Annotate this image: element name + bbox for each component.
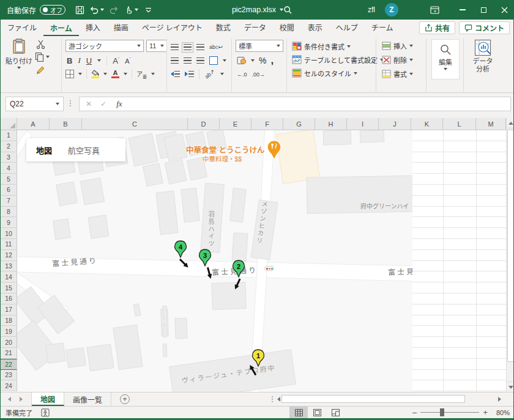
fill-color-icon[interactable] [91, 70, 99, 78]
map-marker-4[interactable]: 4 [174, 240, 187, 259]
font-color-icon[interactable]: A [111, 70, 119, 78]
column-header-H[interactable]: H [315, 118, 347, 130]
save-icon[interactable] [72, 2, 88, 18]
map-type-aerial[interactable]: 航空写真 [68, 144, 100, 156]
comma-style-button[interactable]: , [270, 54, 274, 67]
percent-style-button[interactable]: % [259, 56, 266, 65]
underline-caret[interactable] [97, 59, 101, 62]
share-button[interactable]: 共有 [419, 21, 455, 34]
map-image[interactable]: 富士見通り 富士見通り 富士見 羽島ハイツ メゾンヒカリ 府中グリーンハイ ヴィ… [17, 130, 412, 392]
ribbon-tab-ホーム[interactable]: ホーム [43, 20, 79, 37]
phonetic-guide-button[interactable]: ア亜 [136, 69, 147, 79]
row-header-12[interactable]: 12 [1, 250, 17, 261]
paste-button[interactable]: 貼り付け [6, 39, 32, 69]
vertical-scroll-thumb[interactable] [507, 130, 514, 362]
borders-icon[interactable] [65, 70, 74, 78]
zoom-slider-thumb[interactable] [440, 408, 444, 416]
row-header-9[interactable]: 9 [1, 217, 17, 228]
row-header-16[interactable]: 16 [1, 293, 17, 304]
maximize-button[interactable] [473, 0, 494, 20]
sheetbar-splitter[interactable] [272, 396, 273, 402]
align-right-button[interactable] [196, 57, 204, 64]
empty-cells[interactable] [412, 130, 506, 392]
cell-styles-button[interactable]: セルのスタイル [292, 67, 384, 79]
ribbon-tab-校閲[interactable]: 校閲 [273, 19, 301, 36]
accessibility-icon[interactable] [41, 408, 50, 417]
column-header-A[interactable]: A [17, 118, 50, 130]
map-type-control[interactable]: 地図 航空写真 [26, 138, 125, 161]
italic-button[interactable]: I [78, 56, 80, 65]
editing-button[interactable]: 編集 [431, 39, 460, 79]
map-type-map[interactable]: 地図 [36, 144, 52, 156]
sheet-prev-icon[interactable] [8, 397, 11, 402]
zoom-out-button[interactable]: − [412, 408, 417, 418]
row-header-5[interactable]: 5 [1, 174, 17, 185]
column-header-G[interactable]: G [283, 118, 315, 130]
page-break-view-button[interactable] [326, 407, 345, 419]
borders-caret[interactable] [78, 73, 82, 75]
row-header-10[interactable]: 10 [1, 228, 17, 239]
minimize-button[interactable] [452, 0, 473, 20]
orientation-button[interactable]: ab↗ [204, 68, 216, 80]
row-header-24[interactable]: 24 [1, 380, 17, 391]
zoom-slider[interactable] [420, 412, 479, 413]
comments-button[interactable]: コメント [459, 21, 510, 34]
insert-cells-button[interactable]: 挿入 [381, 39, 413, 53]
scroll-left-icon[interactable] [277, 397, 280, 402]
row-header-21[interactable]: 21 [1, 348, 17, 359]
row-header-4[interactable]: 4 [1, 163, 17, 174]
font-color-caret[interactable] [124, 73, 127, 75]
cancel-icon[interactable]: ✕ [86, 100, 92, 108]
avatar[interactable]: Z [385, 3, 398, 17]
column-header-M[interactable]: M [476, 118, 506, 130]
row-header-15[interactable]: 15 [1, 282, 17, 293]
column-headers[interactable]: ABCDEFGHIJKLM [1, 118, 506, 130]
cut-button[interactable] [36, 40, 45, 49]
scroll-right-icon[interactable] [498, 397, 501, 402]
row-header-23[interactable]: 23 [1, 370, 17, 381]
ribbon-tab-表示[interactable]: 表示 [301, 19, 329, 36]
ribbon-tab-データ[interactable]: データ [237, 19, 273, 36]
bold-button[interactable]: B [67, 56, 72, 65]
new-sheet-button[interactable]: + [120, 394, 130, 404]
search-icon[interactable] [280, 2, 296, 18]
ribbon-tab-描画[interactable]: 描画 [107, 19, 135, 36]
customize-quick-access-icon[interactable] [140, 2, 156, 18]
increase-indent-button[interactable] [185, 71, 194, 78]
page-layout-view-button[interactable] [308, 407, 326, 419]
accounting-format-icon[interactable] [237, 56, 247, 65]
zoom-in-button[interactable]: + [483, 408, 488, 417]
scroll-up-icon[interactable] [507, 118, 514, 128]
delete-cells-button[interactable]: 削除 [381, 53, 413, 67]
row-header-22[interactable]: 22 [1, 359, 17, 370]
decrease-indent-button[interactable] [171, 71, 180, 78]
select-all-corner[interactable] [1, 118, 17, 130]
increase-decimal-button[interactable]: ←.0 [237, 72, 247, 78]
row-header-17[interactable]: 17 [1, 304, 17, 315]
map-marker-3[interactable]: 3 [198, 249, 212, 267]
column-header-I[interactable]: I [347, 118, 379, 130]
merge-center-button[interactable] [209, 56, 218, 65]
column-header-F[interactable]: F [251, 118, 283, 130]
horizontal-scrollbar[interactable] [277, 394, 505, 404]
row-header-3[interactable]: 3 [1, 152, 17, 163]
decrease-decimal-button[interactable]: .00→ [252, 72, 266, 78]
accounting-caret[interactable] [251, 59, 255, 62]
data-analysis-button[interactable]: データ分析 [467, 39, 499, 73]
vertical-scrollbar[interactable] [506, 118, 514, 392]
align-top-button[interactable] [171, 44, 179, 51]
copy-button[interactable] [35, 52, 50, 62]
decrease-font-button[interactable]: Aˇ [125, 57, 131, 65]
phonetic-caret[interactable] [151, 73, 155, 75]
map-marker-2[interactable]: 2 [232, 260, 245, 278]
ribbon-tab-チーム[interactable]: チーム [365, 19, 400, 36]
row-header-1[interactable]: 1 [1, 130, 17, 141]
row-header-20[interactable]: 20 [1, 337, 17, 348]
row-header-19[interactable]: 19 [1, 326, 17, 337]
name-box-splitter[interactable] [70, 100, 71, 106]
sheet-next-icon[interactable] [20, 397, 23, 402]
row-header-13[interactable]: 13 [1, 261, 17, 272]
number-format-combo[interactable]: 標準 [236, 40, 283, 52]
close-button[interactable] [494, 0, 514, 20]
format-as-table-button[interactable]: テーブルとして書式設定 [292, 53, 384, 66]
